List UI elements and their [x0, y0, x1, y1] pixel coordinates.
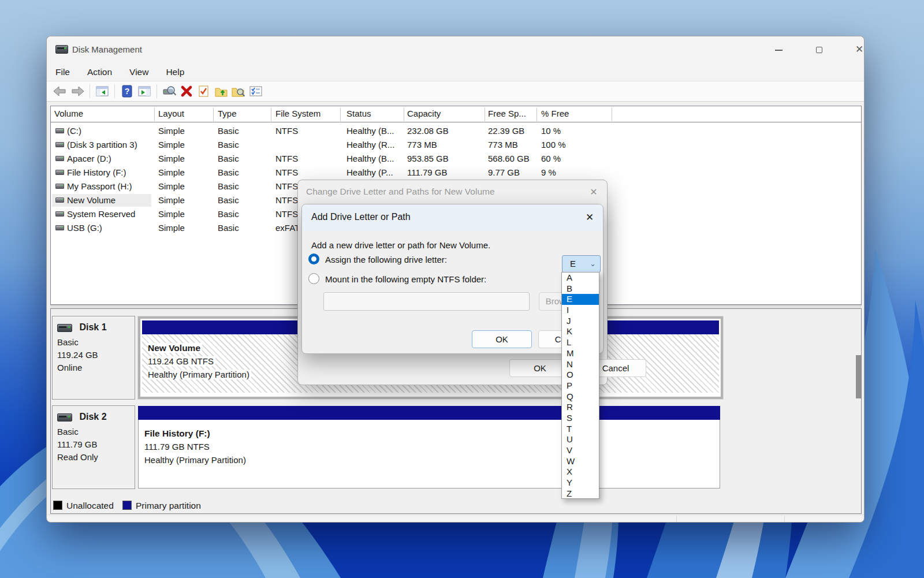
dropdown-item-q[interactable]: Q — [562, 391, 599, 402]
dropdown-item-x[interactable]: X — [562, 467, 599, 478]
menu-item-action[interactable]: Action — [87, 67, 112, 77]
dropdown-item-z[interactable]: Z — [562, 488, 599, 499]
window-titlebar: Disk Management ✕ — [47, 36, 865, 63]
cell-2: Basic — [218, 152, 239, 166]
back-icon[interactable] — [51, 83, 69, 99]
app-icon — [55, 45, 68, 54]
cell-6: 22.39 GB — [488, 124, 524, 138]
column-separator[interactable] — [612, 107, 612, 121]
partition2-health: Healthy (Primary Partition) — [144, 453, 720, 467]
cell-0: Apacer (D:) — [67, 152, 111, 166]
add-dialog-close-icon[interactable]: ✕ — [581, 210, 598, 225]
table-row[interactable]: Apacer (D:)SimpleBasicNTFSHealthy (B...9… — [51, 152, 861, 166]
cell-3: NTFS — [275, 180, 298, 193]
check-task-icon[interactable] — [195, 83, 213, 99]
cell-2: Basic — [218, 124, 239, 138]
dropdown-item-n[interactable]: N — [562, 359, 599, 370]
table-row[interactable]: (C:)SimpleBasicNTFSHealthy (B...232.08 G… — [51, 124, 861, 138]
help-icon[interactable]: ? — [118, 83, 136, 99]
legend: Unallocated Primary partition — [51, 498, 861, 513]
column-separator[interactable] — [404, 107, 404, 121]
column-header-status[interactable]: Status — [346, 109, 371, 118]
disk2-size: 111.79 GB — [57, 439, 135, 449]
menu-item-help[interactable]: Help — [166, 67, 184, 77]
dropdown-item-j[interactable]: J — [562, 316, 599, 327]
column-header-type[interactable]: Type — [218, 109, 237, 118]
cell-1: Simple — [158, 193, 185, 207]
minimize-button[interactable] — [765, 43, 792, 57]
dropdown-item-b[interactable]: B — [562, 284, 599, 294]
column-header-volume[interactable]: Volume — [54, 109, 83, 118]
dropdown-item-i[interactable]: I — [562, 305, 599, 316]
menu-item-file[interactable]: File — [55, 67, 70, 77]
disk2-partition-file-history[interactable]: File History (F:) 111.79 GB NTFS Healthy… — [138, 406, 720, 488]
cell-0: File History (F:) — [67, 166, 126, 180]
assign-drive-letter-label[interactable]: Assign the following drive letter: — [325, 255, 447, 264]
column-separator[interactable] — [213, 107, 214, 121]
column-header-free-sp-[interactable]: Free Sp... — [488, 109, 526, 118]
dropdown-item-s[interactable]: S — [562, 413, 599, 424]
disk2-type: Basic — [57, 427, 135, 437]
column-header-capacity[interactable]: Capacity — [407, 109, 441, 118]
find-folder-icon[interactable] — [230, 83, 247, 99]
column-separator[interactable] — [154, 107, 155, 121]
change-drive-letter-dialog-title: Change Drive Letter and Paths for New Vo… — [306, 187, 495, 197]
dropdown-item-v[interactable]: V — [562, 445, 599, 456]
dropdown-item-y[interactable]: Y — [562, 478, 599, 488]
table-row[interactable]: (Disk 3 partition 3)SimpleBasicHealthy (… — [51, 138, 861, 152]
maximize-button[interactable] — [806, 43, 832, 57]
cell-3: NTFS — [275, 166, 298, 180]
table-row[interactable]: File History (F:)SimpleBasicNTFSHealthy … — [51, 166, 861, 180]
disk2-label-panel[interactable]: Disk 2 Basic 111.79 GB Read Only — [52, 405, 135, 489]
cell-3: NTFS — [275, 193, 298, 207]
partition1-health: Healthy (Primary Partition) — [148, 370, 251, 379]
mount-path-input[interactable] — [323, 292, 530, 311]
column-header--free[interactable]: % Free — [541, 109, 569, 118]
dropdown-item-w[interactable]: W — [562, 456, 599, 467]
change-dialog-close-icon[interactable]: ✕ — [585, 185, 602, 200]
column-header-layout[interactable]: Layout — [158, 109, 184, 118]
dropdown-item-m[interactable]: M — [562, 348, 599, 359]
show-console-tree-icon[interactable] — [94, 83, 111, 99]
disk1-label-panel[interactable]: Disk 1 Basic 119.24 GB Online — [52, 316, 135, 400]
dropdown-item-e[interactable]: E — [562, 294, 599, 305]
assign-drive-letter-radio[interactable] — [308, 253, 319, 264]
dropdown-item-o[interactable]: O — [562, 370, 599, 381]
forward-icon[interactable] — [69, 83, 86, 99]
volume-icon — [55, 128, 64, 133]
disk1-status: Online — [57, 363, 135, 372]
column-separator[interactable] — [340, 107, 341, 121]
dropdown-item-p[interactable]: P — [562, 381, 599, 391]
show-action-pane-icon[interactable] — [136, 83, 153, 99]
dropdown-item-u[interactable]: U — [562, 434, 599, 445]
export-folder-icon[interactable] — [213, 83, 230, 99]
menu-item-view[interactable]: View — [129, 67, 148, 77]
delete-volume-icon[interactable] — [178, 83, 195, 99]
dropdown-item-r[interactable]: R — [562, 402, 599, 413]
dropdown-item-k[interactable]: K — [562, 326, 599, 337]
cell-0: USB (G:) — [67, 221, 102, 235]
drive-letter-combobox[interactable]: E ⌄ — [562, 255, 601, 273]
column-separator[interactable] — [271, 107, 271, 121]
close-button[interactable]: ✕ — [846, 43, 865, 57]
column-header-file-system[interactable]: File System — [275, 109, 321, 118]
mount-folder-label[interactable]: Mount in the following empty NTFS folder… — [325, 274, 486, 284]
disk2-partition-colorbar — [138, 406, 720, 420]
dropdown-item-a[interactable]: A — [562, 273, 599, 284]
menu-bar: FileActionViewHelp — [47, 63, 865, 81]
zoom-drive-icon[interactable] — [161, 83, 178, 99]
cell-4: Healthy (B... — [346, 152, 394, 166]
partition2-name: File History (F:) — [144, 427, 720, 440]
dropdown-item-l[interactable]: L — [562, 337, 599, 348]
dropdown-item-t[interactable]: T — [562, 424, 599, 435]
cell-5: 232.08 GB — [407, 124, 449, 138]
volume-icon — [55, 156, 64, 161]
properties-icon[interactable] — [247, 83, 264, 99]
column-separator[interactable] — [485, 107, 485, 121]
column-separator[interactable] — [536, 107, 537, 121]
add-dialog-ok-button[interactable]: OK — [472, 330, 532, 348]
mount-folder-radio[interactable] — [308, 273, 319, 284]
volume-icon — [55, 225, 64, 230]
cell-3: exFAT — [275, 221, 300, 235]
vertical-scrollbar-thumb[interactable] — [856, 355, 861, 398]
